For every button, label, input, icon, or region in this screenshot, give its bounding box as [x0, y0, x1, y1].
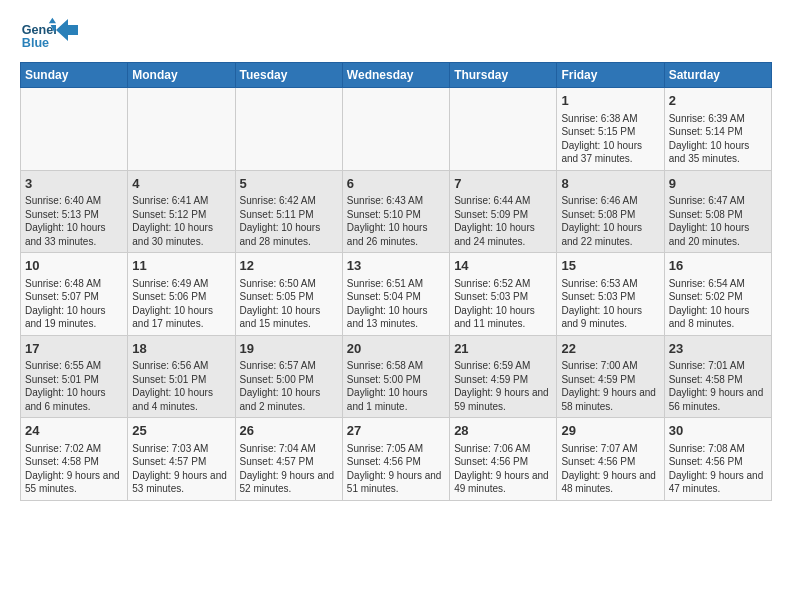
calendar-cell: 7Sunrise: 6:44 AMSunset: 5:09 PMDaylight…	[450, 170, 557, 253]
calendar-cell: 1Sunrise: 6:38 AMSunset: 5:15 PMDaylight…	[557, 88, 664, 171]
svg-marker-2	[49, 18, 56, 23]
cell-content: Sunrise: 7:06 AM	[454, 442, 552, 456]
calendar-cell: 10Sunrise: 6:48 AMSunset: 5:07 PMDayligh…	[21, 253, 128, 336]
calendar-cell: 8Sunrise: 6:46 AMSunset: 5:08 PMDaylight…	[557, 170, 664, 253]
cell-content: Daylight: 10 hours and 24 minutes.	[454, 221, 552, 248]
calendar-cell	[21, 88, 128, 171]
cell-content: Sunset: 5:15 PM	[561, 125, 659, 139]
cell-content: Sunrise: 7:04 AM	[240, 442, 338, 456]
calendar-cell: 19Sunrise: 6:57 AMSunset: 5:00 PMDayligh…	[235, 335, 342, 418]
day-number: 27	[347, 422, 445, 440]
day-number: 29	[561, 422, 659, 440]
cell-content: Sunset: 4:56 PM	[347, 455, 445, 469]
cell-content: Sunset: 5:14 PM	[669, 125, 767, 139]
cell-content: Sunset: 4:59 PM	[561, 373, 659, 387]
calendar-cell: 14Sunrise: 6:52 AMSunset: 5:03 PMDayligh…	[450, 253, 557, 336]
cell-content: Daylight: 9 hours and 47 minutes.	[669, 469, 767, 496]
cell-content: Sunrise: 6:41 AM	[132, 194, 230, 208]
cell-content: Sunset: 4:56 PM	[561, 455, 659, 469]
day-number: 9	[669, 175, 767, 193]
cell-content: Daylight: 10 hours and 2 minutes.	[240, 386, 338, 413]
cell-content: Sunset: 5:06 PM	[132, 290, 230, 304]
cell-content: Daylight: 10 hours and 26 minutes.	[347, 221, 445, 248]
week-row-3: 10Sunrise: 6:48 AMSunset: 5:07 PMDayligh…	[21, 253, 772, 336]
day-number: 16	[669, 257, 767, 275]
cell-content: Sunrise: 6:59 AM	[454, 359, 552, 373]
cell-content: Daylight: 10 hours and 1 minute.	[347, 386, 445, 413]
cell-content: Sunrise: 6:52 AM	[454, 277, 552, 291]
cell-content: Sunset: 5:10 PM	[347, 208, 445, 222]
calendar-cell	[235, 88, 342, 171]
calendar-cell: 9Sunrise: 6:47 AMSunset: 5:08 PMDaylight…	[664, 170, 771, 253]
cell-content: Sunset: 5:08 PM	[561, 208, 659, 222]
cell-content: Daylight: 10 hours and 17 minutes.	[132, 304, 230, 331]
cell-content: Daylight: 10 hours and 9 minutes.	[561, 304, 659, 331]
cell-content: Sunrise: 7:08 AM	[669, 442, 767, 456]
calendar-cell	[128, 88, 235, 171]
cell-content: Sunset: 4:57 PM	[132, 455, 230, 469]
calendar-cell: 29Sunrise: 7:07 AMSunset: 4:56 PMDayligh…	[557, 418, 664, 501]
day-number: 20	[347, 340, 445, 358]
cell-content: Sunset: 5:00 PM	[347, 373, 445, 387]
week-row-5: 24Sunrise: 7:02 AMSunset: 4:58 PMDayligh…	[21, 418, 772, 501]
cell-content: Sunset: 4:56 PM	[669, 455, 767, 469]
cell-content: Sunrise: 6:51 AM	[347, 277, 445, 291]
week-row-2: 3Sunrise: 6:40 AMSunset: 5:13 PMDaylight…	[21, 170, 772, 253]
cell-content: Sunrise: 6:48 AM	[25, 277, 123, 291]
day-header-thursday: Thursday	[450, 63, 557, 88]
day-number: 3	[25, 175, 123, 193]
cell-content: Sunset: 4:56 PM	[454, 455, 552, 469]
day-number: 5	[240, 175, 338, 193]
cell-content: Sunset: 5:13 PM	[25, 208, 123, 222]
cell-content: Sunset: 5:02 PM	[669, 290, 767, 304]
cell-content: Daylight: 9 hours and 55 minutes.	[25, 469, 123, 496]
cell-content: Sunset: 5:01 PM	[132, 373, 230, 387]
day-number: 19	[240, 340, 338, 358]
calendar-cell: 2Sunrise: 6:39 AMSunset: 5:14 PMDaylight…	[664, 88, 771, 171]
day-number: 23	[669, 340, 767, 358]
day-number: 18	[132, 340, 230, 358]
cell-content: Sunset: 5:09 PM	[454, 208, 552, 222]
calendar-cell: 18Sunrise: 6:56 AMSunset: 5:01 PMDayligh…	[128, 335, 235, 418]
day-number: 25	[132, 422, 230, 440]
cell-content: Sunrise: 6:56 AM	[132, 359, 230, 373]
cell-content: Sunset: 5:01 PM	[25, 373, 123, 387]
cell-content: Daylight: 9 hours and 48 minutes.	[561, 469, 659, 496]
calendar-cell: 13Sunrise: 6:51 AMSunset: 5:04 PMDayligh…	[342, 253, 449, 336]
day-number: 4	[132, 175, 230, 193]
cell-content: Daylight: 9 hours and 56 minutes.	[669, 386, 767, 413]
calendar-cell: 23Sunrise: 7:01 AMSunset: 4:58 PMDayligh…	[664, 335, 771, 418]
week-row-4: 17Sunrise: 6:55 AMSunset: 5:01 PMDayligh…	[21, 335, 772, 418]
cell-content: Daylight: 9 hours and 59 minutes.	[454, 386, 552, 413]
day-number: 6	[347, 175, 445, 193]
calendar-cell: 30Sunrise: 7:08 AMSunset: 4:56 PMDayligh…	[664, 418, 771, 501]
day-number: 30	[669, 422, 767, 440]
cell-content: Daylight: 10 hours and 19 minutes.	[25, 304, 123, 331]
calendar-cell: 27Sunrise: 7:05 AMSunset: 4:56 PMDayligh…	[342, 418, 449, 501]
cell-content: Sunrise: 7:05 AM	[347, 442, 445, 456]
calendar-cell: 20Sunrise: 6:58 AMSunset: 5:00 PMDayligh…	[342, 335, 449, 418]
calendar-cell: 21Sunrise: 6:59 AMSunset: 4:59 PMDayligh…	[450, 335, 557, 418]
cell-content: Sunrise: 6:58 AM	[347, 359, 445, 373]
calendar-cell: 24Sunrise: 7:02 AMSunset: 4:58 PMDayligh…	[21, 418, 128, 501]
day-number: 12	[240, 257, 338, 275]
calendar-cell: 26Sunrise: 7:04 AMSunset: 4:57 PMDayligh…	[235, 418, 342, 501]
day-number: 13	[347, 257, 445, 275]
calendar-cell	[342, 88, 449, 171]
logo: General Blue	[20, 16, 78, 52]
cell-content: Daylight: 9 hours and 52 minutes.	[240, 469, 338, 496]
cell-content: Daylight: 10 hours and 22 minutes.	[561, 221, 659, 248]
cell-content: Daylight: 10 hours and 15 minutes.	[240, 304, 338, 331]
cell-content: Daylight: 10 hours and 6 minutes.	[25, 386, 123, 413]
cell-content: Sunset: 5:11 PM	[240, 208, 338, 222]
cell-content: Daylight: 9 hours and 53 minutes.	[132, 469, 230, 496]
cell-content: Sunset: 5:07 PM	[25, 290, 123, 304]
cell-content: Daylight: 10 hours and 37 minutes.	[561, 139, 659, 166]
day-header-sunday: Sunday	[21, 63, 128, 88]
calendar-table: SundayMondayTuesdayWednesdayThursdayFrid…	[20, 62, 772, 501]
calendar-cell: 5Sunrise: 6:42 AMSunset: 5:11 PMDaylight…	[235, 170, 342, 253]
day-number: 28	[454, 422, 552, 440]
calendar-cell: 25Sunrise: 7:03 AMSunset: 4:57 PMDayligh…	[128, 418, 235, 501]
cell-content: Sunrise: 7:02 AM	[25, 442, 123, 456]
calendar-cell: 11Sunrise: 6:49 AMSunset: 5:06 PMDayligh…	[128, 253, 235, 336]
